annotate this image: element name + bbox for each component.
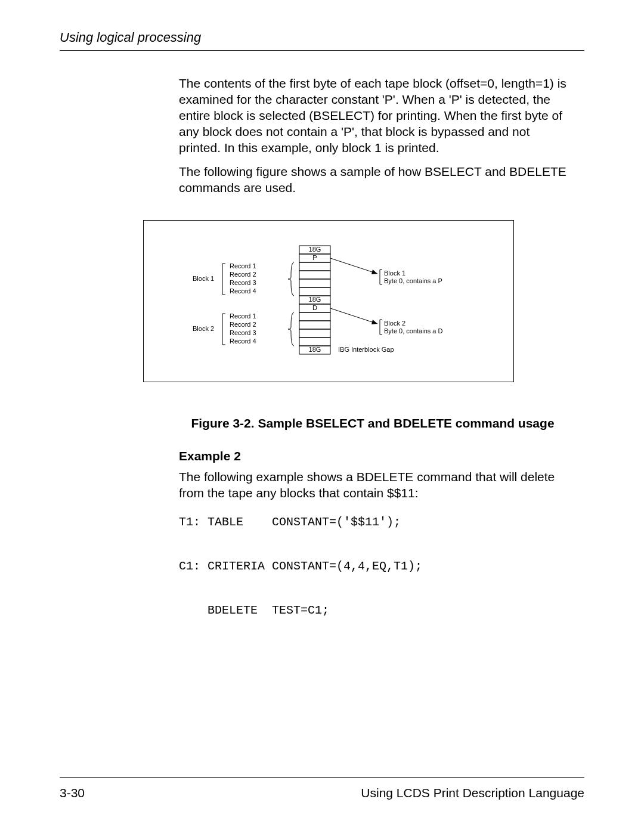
svg-marker-14 [371, 270, 377, 274]
b1-r1: Record 1 [230, 262, 256, 270]
figure-caption: Figure 3-2. Sample BSELECT and BDELETE c… [179, 415, 566, 431]
byte2-label: D [312, 304, 317, 311]
svg-rect-11 [299, 337, 330, 346]
paragraph-1: The contents of the first byte of each t… [179, 76, 566, 156]
footer-rule [60, 777, 584, 778]
section-title: Using logical processing [60, 30, 584, 45]
b2-r4: Record 4 [230, 337, 256, 345]
ibg-label: IBG Interblock Gap [338, 346, 394, 353]
paragraph-2: The following figure shows a sample of h… [179, 164, 566, 196]
page-number: 3-30 [60, 786, 85, 800]
b1-r2: Record 2 [230, 271, 256, 278]
b1-r4: Record 4 [230, 287, 256, 295]
code-block: T1: TABLE CONSTANT=('$$11'); C1: CRITERI… [179, 511, 566, 621]
byte1-label: P [312, 254, 317, 261]
svg-marker-16 [371, 320, 377, 324]
svg-rect-2 [299, 262, 330, 271]
svg-line-13 [330, 258, 377, 274]
footer: 3-30 Using LCDS Print Description Langua… [60, 777, 584, 800]
svg-line-15 [330, 308, 377, 324]
svg-rect-9 [299, 321, 330, 329]
note1b: Byte 0, contains a P [384, 277, 442, 284]
svg-rect-10 [299, 329, 330, 337]
note2b: Byte 0, contains a D [384, 327, 442, 335]
b2-r2: Record 2 [230, 321, 256, 328]
page: Using logical processing The contents of… [0, 0, 644, 833]
gap2-label: 18G [309, 296, 321, 303]
svg-rect-4 [299, 279, 330, 287]
block2-label: Block 2 [193, 325, 214, 332]
b2-r3: Record 3 [230, 329, 256, 336]
note1a: Block 1 [384, 270, 405, 277]
header-rule [60, 50, 584, 51]
note2a: Block 2 [384, 320, 405, 327]
svg-rect-8 [299, 312, 330, 321]
header: Using logical processing [60, 30, 584, 51]
example-section: Example 2 The following example shows a … [179, 449, 566, 621]
gap1-label: 18G [309, 246, 321, 253]
paragraph-3: The following example shows a BDELETE co… [179, 469, 566, 501]
body-column: The contents of the first byte of each t… [179, 76, 566, 196]
block1-label: Block 1 [193, 275, 214, 282]
b1-r3: Record 3 [230, 279, 256, 286]
gap3-label: 18G [309, 346, 321, 353]
b2-r1: Record 1 [230, 312, 256, 320]
footer-title: Using LCDS Print Description Language [361, 786, 584, 800]
svg-rect-3 [299, 271, 330, 279]
figure-diagram: 18G P 18G D [143, 220, 514, 382]
example-heading: Example 2 [179, 449, 566, 463]
svg-rect-5 [299, 287, 330, 296]
